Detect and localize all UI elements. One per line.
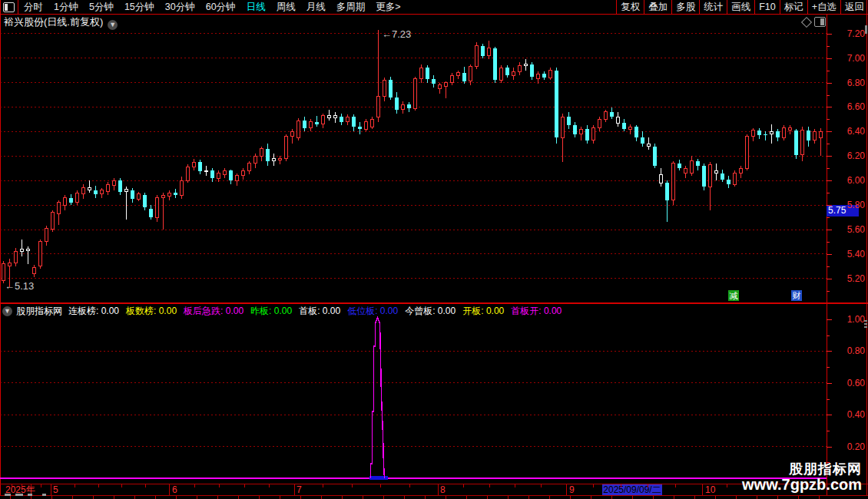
strip-tick: [736, 496, 737, 499]
price-label: 7.20: [847, 28, 865, 39]
indicator-fields: 连板榜: 0.00板数榜: 0.00板后急跌: 0.00昨板: 0.00首板: …: [68, 305, 568, 318]
price-minor-tick: [827, 266, 830, 267]
menu-item-复权[interactable]: 复权: [616, 0, 644, 14]
menu-item-分时[interactable]: 分时: [18, 0, 48, 14]
indicator-field-今曾板[interactable]: 今曾板: 0.00: [405, 305, 456, 318]
strip-tick: [134, 496, 135, 499]
price-label: 6.40: [847, 126, 865, 137]
indicator-field-板数榜[interactable]: 板数榜: 0.00: [126, 305, 177, 318]
diamond-icon[interactable]: [801, 17, 812, 28]
strip-tick: [363, 496, 363, 499]
price-label: 6.00: [847, 175, 865, 186]
price-tick: [827, 34, 832, 35]
watermark-name: 股朋指标网: [742, 462, 862, 477]
strip-tick: [549, 496, 550, 499]
price-tick: [827, 156, 832, 157]
strip-tick: [321, 496, 322, 499]
layout-icon[interactable]: [3, 2, 15, 12]
strip-tick: [446, 496, 446, 499]
strip-tick: [93, 496, 94, 499]
menu-item-多股[interactable]: 多股: [671, 0, 699, 14]
strip-tick: [342, 496, 343, 499]
strip-tick: [404, 496, 405, 499]
menu-item-15分钟[interactable]: 15分钟: [119, 0, 160, 14]
menu-item-30分钟[interactable]: 30分钟: [160, 0, 200, 14]
strip-tick: [72, 496, 73, 499]
price-label: 5.80: [847, 200, 865, 210]
week-tick: [621, 484, 621, 487]
menu-item-5分钟[interactable]: 5分钟: [84, 0, 119, 14]
month-boundary: [294, 484, 295, 495]
split-panel-icon[interactable]: [814, 17, 826, 27]
main-candlestick-chart[interactable]: ←7.23←5.13 减 财: [0, 28, 827, 302]
strip-tick: [197, 496, 197, 499]
menu-item-返回[interactable]: 返回: [840, 0, 868, 14]
menu-item-标记[interactable]: 标记: [780, 0, 807, 14]
strip-tick: [653, 496, 654, 499]
month-boundary: [438, 484, 439, 495]
week-tick: [515, 484, 515, 487]
bottom-strip: [0, 496, 868, 499]
month-label-9: 9: [569, 484, 575, 495]
price-minor-tick: [827, 193, 830, 193]
strip-tick: [777, 496, 778, 499]
price-label: 5.20: [847, 273, 865, 284]
strip-tick: [425, 496, 426, 499]
strip-tick: [798, 496, 799, 499]
strip-tick: [259, 496, 260, 499]
indicator-name[interactable]: 股朋指标网: [16, 305, 62, 318]
indicator-label: 1.00: [847, 314, 865, 325]
splitter-handle[interactable]: [864, 326, 867, 328]
splitter-handle[interactable]: [864, 323, 867, 325]
strip-tick: [570, 496, 571, 499]
week-tick: [98, 484, 99, 487]
menu-item-更多>[interactable]: 更多>: [370, 0, 406, 14]
strip-tick: [383, 496, 384, 499]
price-axis: 5.75 7.207.006.806.606.406.206.005.805.6…: [827, 28, 867, 302]
menu-item-周线[interactable]: 周线: [271, 0, 301, 14]
indicator-panel[interactable]: ▼ 股朋指标网 连板榜: 0.00板数榜: 0.00板后急跌: 0.00昨板: …: [0, 304, 827, 484]
indicator-field-首板[interactable]: 首板: 0.00: [299, 305, 340, 318]
indicator-svg: [0, 304, 827, 484]
price-annotation: ←5.13: [5, 280, 34, 292]
menu-item-多周期[interactable]: 多周期: [331, 0, 371, 14]
week-tick: [727, 484, 727, 487]
menu-item-60分钟[interactable]: 60分钟: [200, 0, 241, 14]
menu-item-叠加[interactable]: 叠加: [644, 0, 671, 14]
week-tick: [244, 484, 245, 487]
price-tick: [827, 205, 832, 206]
indicator-label: 0.60: [847, 378, 865, 388]
price-minor-tick: [827, 119, 830, 120]
menu-item-画线[interactable]: 画线: [727, 0, 754, 14]
indicator-field-开板[interactable]: 开板: 0.00: [462, 305, 504, 318]
price-tick: [827, 180, 832, 181]
scrollbar-handle[interactable]: [865, 25, 867, 34]
splitter-handle[interactable]: [864, 320, 867, 322]
indicator-field-昨板[interactable]: 昨板: 0.00: [250, 305, 292, 318]
titlebar: 裕兴股份(日线.前复权)▼: [0, 15, 868, 28]
chevron-down-icon[interactable]: ▼: [2, 306, 12, 316]
menu-item-F10[interactable]: F10: [754, 0, 780, 14]
strip-tick: [51, 496, 52, 499]
strip-tick: [300, 496, 301, 499]
menu-item-统计[interactable]: 统计: [699, 0, 727, 14]
menu-item-1分钟[interactable]: 1分钟: [48, 0, 84, 14]
menu-item-+自选[interactable]: +自选: [807, 0, 840, 14]
indicator-field-板后急跌[interactable]: 板后急跌: 0.00: [184, 305, 244, 318]
price-minor-tick: [827, 291, 830, 292]
indicator-field-首板开[interactable]: 首板开: 0.00: [511, 305, 562, 318]
menu-item-月线[interactable]: 月线: [301, 0, 331, 14]
price-tick: [827, 131, 832, 132]
strip-tick: [176, 496, 177, 499]
week-tick: [121, 484, 122, 487]
month-label-6: 6: [172, 484, 177, 495]
indicator-field-连板榜[interactable]: 连板榜: 0.00: [68, 305, 119, 318]
menu-item-日线[interactable]: 日线: [241, 0, 271, 14]
indicator-field-低位板[interactable]: 低位板: 0.00: [347, 305, 398, 318]
date-axis: 2025年 2025/09/09/二 5678910: [0, 484, 868, 495]
price-tick: [827, 107, 832, 107]
strip-tick: [487, 496, 488, 499]
event-badge-finance[interactable]: 财: [791, 290, 802, 301]
watermark-url: www.7gpzb.com: [742, 477, 862, 493]
event-badge-reduce[interactable]: 减: [728, 290, 739, 301]
